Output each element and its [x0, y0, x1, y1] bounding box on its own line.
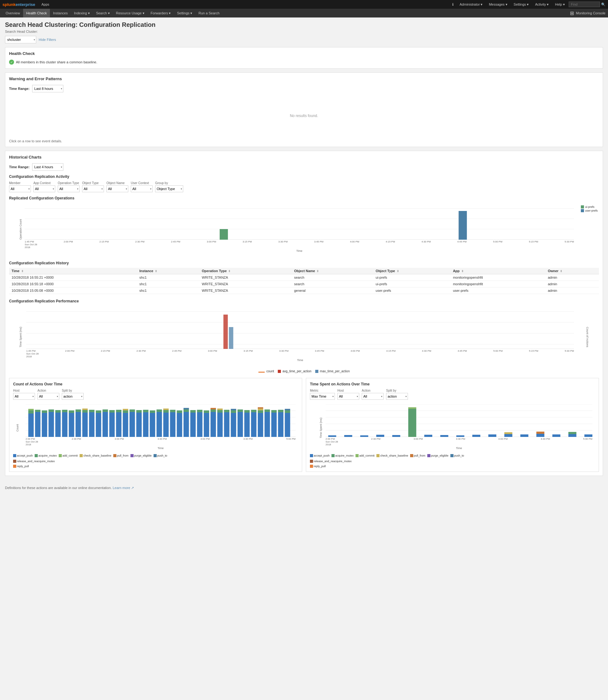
object-name-filter-group: Object Name All ▾ — [107, 181, 128, 192]
app-context-label: App Context — [33, 181, 55, 185]
time-host-filter: Host All ▾ — [337, 389, 359, 400]
svg-rect-7 — [220, 229, 228, 240]
warning-time-select[interactable]: Last 8 hours — [32, 85, 63, 92]
svg-rect-109 — [258, 413, 263, 437]
svg-rect-137 — [376, 435, 384, 437]
svg-rect-71 — [143, 410, 148, 412]
cell-time: 10/28/2018 15:05:08 +0000 — [9, 287, 137, 294]
svg-rect-153 — [568, 432, 576, 434]
activity-menu[interactable]: Activity ▾ — [532, 2, 551, 6]
admin-menu[interactable]: Administrator ▾ — [457, 2, 485, 6]
svg-rect-143 — [456, 435, 464, 437]
svg-rect-97 — [217, 409, 223, 410]
svg-rect-107 — [251, 412, 256, 437]
user-context-select[interactable]: All — [131, 185, 153, 192]
svg-rect-65 — [123, 409, 128, 410]
svg-rect-60 — [109, 410, 115, 413]
perf-y-right-label: Count of Actions — [586, 327, 589, 347]
svg-rect-48 — [76, 412, 81, 437]
table-row[interactable]: 10/28/2018 16:55:21 +0000 shc1 WRITE_STA… — [9, 274, 599, 281]
svg-rect-43 — [55, 410, 60, 413]
time-x-ticks: 2:00 PMSun Oct 282018 2:30 PM 3:00 PM 3:… — [325, 437, 592, 446]
nav-forwarders[interactable]: Forwarders ▾ — [148, 9, 174, 18]
learn-more-link[interactable]: Learn more ↗ — [113, 486, 134, 490]
top-nav-right: ℹ Administrator ▾ Messages ▾ Settings ▾ … — [450, 2, 606, 7]
svg-rect-59 — [109, 413, 115, 437]
top-navbar: splunkenterprise Apps ℹ Administrator ▾ … — [0, 0, 608, 9]
svg-rect-76 — [163, 413, 169, 437]
info-icon: ℹ — [450, 2, 456, 6]
object-name-select[interactable]: All — [107, 185, 128, 192]
count-y-label: Count — [16, 424, 19, 432]
hide-filters-link[interactable]: Hide Filters — [39, 38, 56, 41]
nav-health-check[interactable]: Health Check — [23, 9, 50, 18]
time-spent-legend: accept_push acquire_mutex add_commit che… — [310, 454, 595, 468]
count-actions-title: Count of Actions Over Time — [13, 382, 298, 386]
monitoring-icon: ⊞ — [570, 10, 574, 16]
nav-run-search[interactable]: Run a Search — [195, 9, 223, 18]
object-type-select[interactable]: All — [82, 185, 104, 192]
apps-menu[interactable]: Apps — [39, 2, 52, 6]
svg-rect-53 — [89, 412, 94, 437]
svg-rect-100 — [231, 413, 236, 437]
time-splitby-label: Split by — [386, 389, 408, 392]
time-action-filter: Action All ▾ — [362, 389, 384, 400]
time-spent-svg: 1,230 1,025 820 615 410 205 — [325, 404, 592, 437]
svg-rect-94 — [211, 408, 216, 410]
count-splitby-select[interactable]: action — [62, 393, 84, 400]
table-header-row: Time ⇕ Instance ⇕ Operation Type ⇕ Objec… — [9, 268, 599, 274]
cluster-select[interactable]: shcluster — [5, 36, 36, 43]
legend-ui-prefs: ui-prefs — [581, 205, 598, 208]
time-action-select[interactable]: All — [362, 393, 384, 400]
actions-grid: Count of Actions Over Time Host All ▾ Ac… — [9, 378, 599, 472]
group-by-label: Group by — [155, 181, 183, 185]
svg-rect-96 — [217, 410, 223, 413]
table-row[interactable]: 10/28/2018 16:55:18 +0000 shc1 WRITE_STA… — [9, 281, 599, 287]
nav-indexing[interactable]: Indexing ▾ — [71, 9, 93, 18]
find-input[interactable] — [569, 2, 600, 7]
member-select[interactable]: All — [9, 185, 31, 192]
main-content: Search Head Clustering: Configuration Re… — [0, 18, 608, 484]
svg-rect-135 — [344, 435, 353, 437]
time-host-select[interactable]: All — [337, 393, 359, 400]
group-by-select[interactable]: Object Type — [155, 185, 183, 192]
col-instance: Instance ⇕ — [137, 268, 200, 274]
replicated-ops-svg: 3 2 1 — [25, 205, 574, 240]
nav-overview[interactable]: Overview — [2, 9, 23, 18]
nav-resource-usage[interactable]: Resource Usage ▾ — [113, 9, 148, 18]
svg-rect-41 — [49, 410, 54, 412]
operation-type-select[interactable]: All — [58, 185, 80, 192]
svg-rect-86 — [190, 413, 196, 437]
time-x-label: Time — [325, 447, 592, 450]
cell-object-name: search — [291, 274, 373, 281]
historical-time-select[interactable]: Last 4 hours — [32, 163, 63, 171]
svg-rect-84 — [184, 410, 189, 412]
nav-instances[interactable]: Instances — [50, 9, 71, 18]
metric-select[interactable]: Max Time — [310, 393, 335, 400]
svg-rect-83 — [184, 412, 189, 437]
activity-filters: Member All ▾ App Context All ▾ Operation… — [9, 181, 599, 192]
count-action-filter: Action All ▾ — [37, 389, 59, 400]
app-context-select[interactable]: All — [33, 185, 55, 192]
messages-menu[interactable]: Messages ▾ — [486, 2, 510, 6]
count-host-select[interactable]: All — [13, 393, 35, 400]
nav-search[interactable]: Search ▾ — [93, 9, 113, 18]
perf-x-ticks: 1:45 PMSun Oct 282018 2:00 PM 2:15 PM 2:… — [26, 349, 574, 358]
count-action-select[interactable]: All — [37, 393, 59, 400]
settings-menu[interactable]: Settings ▾ — [511, 2, 532, 6]
nav-settings[interactable]: Settings ▾ — [174, 9, 195, 18]
col-app: App ⇕ — [450, 268, 545, 274]
time-splitby-select[interactable]: action — [386, 393, 408, 400]
svg-rect-75 — [157, 410, 162, 412]
historical-charts-title: Historical Charts — [9, 155, 599, 161]
svg-rect-102 — [231, 409, 236, 410]
cell-owner: admin — [545, 287, 599, 294]
svg-rect-82 — [177, 410, 182, 413]
replication-performance-chart: Time Spent (ms) Count of Actions 56 38 1… — [9, 306, 599, 368]
svg-rect-90 — [204, 413, 209, 437]
help-menu[interactable]: Help ▾ — [552, 2, 567, 6]
replicated-ops-title: Replicated Configuration Operations — [9, 196, 599, 200]
table-row[interactable]: 10/28/2018 15:05:08 +0000 shc1 WRITE_STA… — [9, 287, 599, 294]
health-check-title: Health Check — [9, 51, 599, 57]
replicated-ops-x-ticks: 1:45 PMSun Oct 282018 2:00 PM 2:15 PM 2:… — [25, 240, 574, 249]
